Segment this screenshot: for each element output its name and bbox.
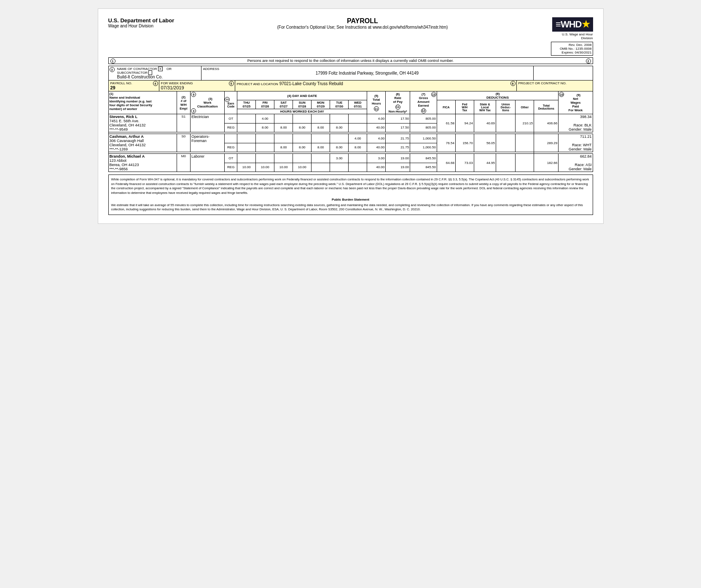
earn-code-cell: OT xyxy=(225,154,237,163)
mon-hours-cell xyxy=(312,114,330,124)
col7-header: 13 (7) Gross Amount Earned 12 xyxy=(410,91,437,114)
tue-hours-cell xyxy=(330,114,349,124)
earn-code-cell: REG xyxy=(225,163,237,172)
mon-hours-cell: 8.00 xyxy=(312,123,330,132)
col4-header: (4) DAY AND DATE xyxy=(237,91,367,100)
rate-cell: 17.50 xyxy=(386,123,410,132)
other-header: Other xyxy=(516,100,534,114)
circle-11: 11 xyxy=(374,106,379,111)
circle-6: 6 xyxy=(510,81,516,86)
total-hours-cell: 3.00 xyxy=(367,154,386,163)
fri-hours-cell: 4.00 xyxy=(256,114,274,124)
col3-header: 9 (3) Work Classification 3 xyxy=(191,91,225,114)
col2-header: (2) # of W/H Empl xyxy=(177,91,190,114)
fri-hours-cell xyxy=(256,134,274,143)
header-section: U.S. Department of Labor Wage and Hour D… xyxy=(108,17,593,56)
total_deductions-cell: 289.29 xyxy=(534,134,559,152)
earn-code-header: 10 Earn Code xyxy=(225,91,237,114)
gross-cell: 845.50 xyxy=(410,154,437,163)
whd-logo-sub: U.S. Wage and Hour Division xyxy=(551,32,593,40)
payroll-no-label: PAYROLL NO. xyxy=(110,81,157,85)
sat-hours-cell: 8.00 xyxy=(274,123,293,132)
circle-1: 1 xyxy=(110,59,115,64)
circle-4: 4 xyxy=(153,81,158,86)
contractor-cell: 3 NAME OF CONTRACTOR X OR SUBCONTRACTOR … xyxy=(109,66,201,80)
wh-exempt-cell: S0 xyxy=(177,134,190,152)
circle-13: 13 xyxy=(431,92,436,97)
tue-hours-cell xyxy=(330,163,349,172)
contract-no-label: PROJECT OR CONTRACT NO. xyxy=(518,81,591,85)
net-wages-cell: 711.21Race: WHTGender: Male xyxy=(559,134,593,152)
sun-hours-cell xyxy=(293,114,312,124)
footer-main-text: While completion of Form WH-347 is optio… xyxy=(111,177,590,195)
gross-cell: 805.00 xyxy=(410,114,437,124)
contractor-value: Build-It Construction Co. xyxy=(110,75,199,79)
union-cell xyxy=(496,114,515,132)
mon-hours-cell: 8.00 xyxy=(312,143,330,152)
mon-hours-cell xyxy=(312,154,330,163)
col5-header: (5) Total Hours 11 xyxy=(367,91,386,114)
sat-hours-cell xyxy=(274,134,293,143)
wh-exempt-cell: S1 xyxy=(177,114,190,132)
fri-hours-cell xyxy=(256,154,274,163)
dept-name: U.S. Department of Labor xyxy=(108,17,175,24)
earn-code-cell: REG xyxy=(225,143,237,152)
circle-12: 12 xyxy=(421,108,426,113)
net-wages-cell: 398.34Race: BLKGender: Male xyxy=(559,114,593,132)
total-deductions-header: TotalDeductions xyxy=(534,100,559,114)
fed_wh-cell: 156.70 xyxy=(455,134,474,152)
thu-hours-cell xyxy=(237,114,256,124)
dept-sub: Wage and Hour Division xyxy=(108,24,175,28)
col6-header: (6) Rate of Pay 11 Non-Hourly* xyxy=(386,91,410,114)
sat-hours-cell: 8.00 xyxy=(274,143,293,152)
wed-header: WED07/31 xyxy=(349,100,367,109)
col9-header: 10 (9) Net Wages Paid For Week xyxy=(559,91,593,114)
notice-bar: 1 Persons are not required to respond to… xyxy=(108,57,593,64)
union-cell xyxy=(496,154,515,172)
omb-info: Rev. Dec. 2008 OMB No.: 1235-0008 Expire… xyxy=(551,42,593,56)
footer-section: While completion of Form WH-347 is optio… xyxy=(108,175,593,215)
classification-cell: Electrician xyxy=(191,114,225,132)
fed_wh-cell: 94.24 xyxy=(455,114,474,132)
circle-9: 9 xyxy=(191,92,196,97)
gross-cell: 1,000.50 xyxy=(410,143,437,152)
thu-hours-cell xyxy=(237,143,256,152)
week-ending-value: 07/31/2019 xyxy=(161,85,233,90)
contractor-label: NAME OF CONTRACTOR X OR SUBCONTRACTOR xyxy=(110,67,199,75)
worker-name-cell: Cashman, Arthur A306 Cavanaugh HallCleve… xyxy=(108,134,177,152)
dept-info: U.S. Department of Labor Wage and Hour D… xyxy=(108,17,175,28)
total_deductions-cell: 406.66 xyxy=(534,114,559,132)
project-value: 97021-Lake County Truss Rebuild xyxy=(279,81,343,86)
wed-hours-cell xyxy=(349,123,367,132)
thu-hours-cell: 10.00 xyxy=(237,163,256,172)
fri-header: FRI07/26 xyxy=(256,100,274,109)
payroll-no-value: 29 xyxy=(110,85,157,90)
table-row: Stevens, Rick L7451 E. 56th Ave.Clevelan… xyxy=(108,114,593,124)
whd-logo-section: ≡WHD★ U.S. Wage and Hour Division Rev. D… xyxy=(551,17,593,56)
wed-hours-cell xyxy=(349,114,367,124)
form-title: PAYROLL xyxy=(174,17,551,25)
col1-header: (1) Name and Individual Identifying numb… xyxy=(108,91,177,114)
tue-hours-cell: 8.00 xyxy=(330,123,349,132)
payroll-form: U.S. Department of Labor Wage and Hour D… xyxy=(98,8,604,224)
contractor-x: X xyxy=(158,67,163,71)
total-hours-cell: 40.00 xyxy=(367,143,386,152)
rate-cell: 17.50 xyxy=(386,114,410,124)
gross-cell: 845.50 xyxy=(410,163,437,172)
state_wh-cell: 44.95 xyxy=(474,154,496,172)
week-ending-cell: 5 FOR WEEK ENDING 07/31/2019 xyxy=(159,81,235,91)
fica-cell: 76.54 xyxy=(437,134,455,152)
contractor-row: 3 NAME OF CONTRACTOR X OR SUBCONTRACTOR … xyxy=(108,66,593,80)
omb-cell xyxy=(534,66,593,80)
sat-hours-cell xyxy=(274,154,293,163)
address-value: 17999 Foltz Industrial Parkway, Strongsv… xyxy=(203,71,532,75)
payroll-no-cell: 4 PAYROLL NO. 29 xyxy=(109,81,159,91)
form-subtitle: (For Contractor's Optional Use; See Inst… xyxy=(174,25,551,30)
sun-hours-cell xyxy=(293,154,312,163)
project-label: PROJECT AND LOCATION xyxy=(237,82,278,86)
omb-no: OMB No.: 1235-0008 xyxy=(552,47,592,51)
wh-exempt-cell: M0 xyxy=(177,154,190,172)
whd-logo-text: ≡WHD xyxy=(556,19,581,30)
total-hours-cell: 4.00 xyxy=(367,134,386,143)
address-cell: ADDRESS 17999 Foltz Industrial Parkway, … xyxy=(201,66,534,80)
